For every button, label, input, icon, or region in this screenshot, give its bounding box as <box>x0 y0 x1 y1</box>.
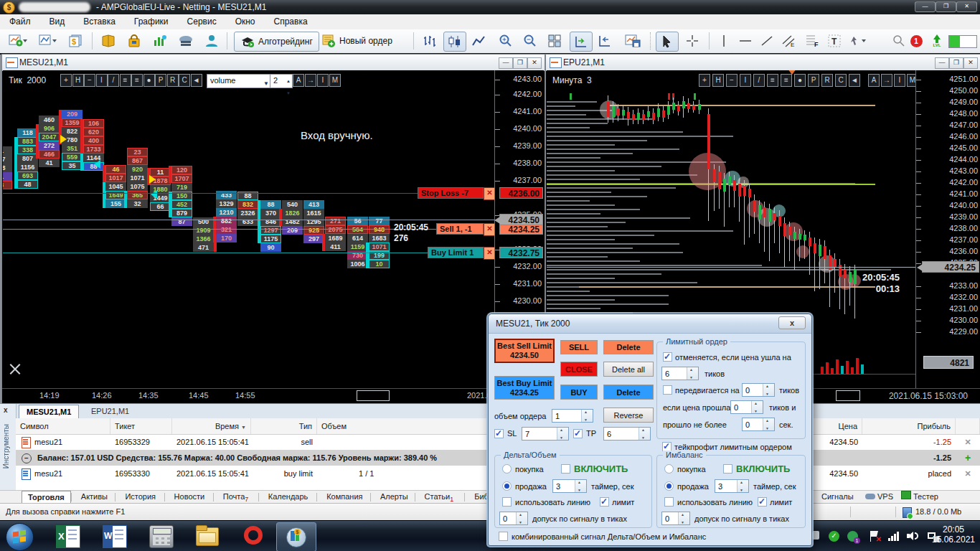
chart-tool-1[interactable]: → <box>881 74 892 87</box>
chart-tool-8[interactable]: P <box>155 74 166 87</box>
algo-trading-button[interactable]: Алготрейдинг <box>234 32 319 52</box>
delta-buy-radio[interactable] <box>502 464 512 474</box>
save-template-icon[interactable] <box>621 32 644 50</box>
column-header[interactable]: Прибыль <box>862 418 956 434</box>
chart-shift-icon[interactable] <box>594 32 616 50</box>
chart-title-bar[interactable]: EPU21,M1 — ❐ ✕ <box>546 55 980 71</box>
signals-icon[interactable] <box>149 32 171 50</box>
community-icon[interactable] <box>201 32 222 50</box>
toolbox-close-icon[interactable]: x <box>4 406 8 414</box>
order-label[interactable]: Sell 1, -1 <box>436 223 484 235</box>
imbalance-sell-radio[interactable] <box>664 481 674 491</box>
maximize-icon[interactable]: ❐ <box>936 1 956 12</box>
chart-close-icon[interactable]: ✕ <box>963 57 978 69</box>
chart-tool-0[interactable]: + <box>699 74 710 87</box>
tab-VPS[interactable]: VPS <box>859 491 899 503</box>
delete-all-button[interactable]: Delete all <box>603 362 654 377</box>
chart-tool-0[interactable]: + <box>60 74 72 87</box>
chart-tool-3[interactable]: I <box>96 74 108 87</box>
chart-tool-7[interactable]: ● <box>794 74 806 87</box>
tab-Почта[interactable]: Почта7 <box>217 491 255 503</box>
close-position-button[interactable]: CLOSE <box>560 362 598 377</box>
chart-tool-10[interactable]: C <box>179 74 190 87</box>
tab-Алерты[interactable]: Алерты <box>374 491 414 503</box>
chart-tool-9[interactable]: R <box>167 74 179 87</box>
chart-tool-6[interactable]: ≡ <box>781 74 792 87</box>
chart-tool-6[interactable]: ≡ <box>131 74 143 87</box>
imbalance-buy-radio[interactable] <box>664 464 674 474</box>
tp-stepper[interactable]: 6 <box>603 427 651 441</box>
chart-tool-5[interactable]: ≡ <box>767 74 778 87</box>
tray-action-center-icon[interactable]: ✕ <box>870 531 880 542</box>
delta-sell-radio[interactable] <box>502 481 512 491</box>
vps-cloud-icon[interactable] <box>175 32 197 50</box>
menu-item-Файл[interactable]: Файл <box>0 14 40 27</box>
symbols-icon[interactable]: $ <box>66 32 86 50</box>
taskbar-calculator-icon[interactable] <box>149 525 174 548</box>
chart-tool-3[interactable]: M <box>329 74 341 87</box>
menu-item-Вид[interactable]: Вид <box>40 14 75 27</box>
chart-close-icon[interactable]: ✕ <box>527 57 542 69</box>
column-header[interactable]: Время ▼ <box>172 418 251 434</box>
delete-buy-button[interactable]: Delete <box>603 385 654 400</box>
volume-mode-select[interactable]: volume▼ <box>207 74 271 88</box>
chart-minimize-icon[interactable]: — <box>935 57 949 69</box>
new-chart-icon[interactable] <box>6 32 30 50</box>
imbalance-limit-checkbox[interactable] <box>758 497 767 507</box>
chart-tool-9[interactable]: R <box>821 74 833 87</box>
new-order-button[interactable]: Новый ордер <box>321 32 392 50</box>
chart-tool-8[interactable]: P <box>808 74 819 87</box>
chart-tool-11[interactable]: ◄ <box>849 74 860 87</box>
tray-hidden-icons[interactable] <box>812 531 819 540</box>
market-icon[interactable] <box>123 32 145 50</box>
tab-Торговля[interactable]: Торговля <box>22 491 71 504</box>
chart-tool-0[interactable]: A <box>868 74 880 87</box>
trendline-icon[interactable] <box>758 32 776 50</box>
taskbar-clock[interactable]: 20:05 15.06.2021 <box>930 524 977 545</box>
zoom-out-icon[interactable] <box>519 32 541 50</box>
sl-checkbox[interactable] <box>494 429 504 438</box>
chart-tab-EPU21,M1[interactable]: EPU21,M1 <box>84 405 136 418</box>
tab-История[interactable]: История <box>119 491 161 503</box>
chart-title-bar[interactable]: MESU21,M1 — ❐ ✕ <box>2 55 545 71</box>
chart-tool-7[interactable]: ● <box>143 74 155 87</box>
reverse-button[interactable]: Reverse <box>603 408 654 423</box>
chart-tool-2[interactable]: − <box>726 74 738 87</box>
tab-Календарь[interactable]: Календарь <box>263 491 314 503</box>
close-order-icon[interactable]: ✕ <box>956 466 980 481</box>
tab-Сигналы[interactable]: Сигналы <box>816 491 859 503</box>
elapsed-sec-stepper[interactable]: 0 <box>742 418 775 431</box>
menu-item-Справка[interactable]: Справка <box>265 14 317 27</box>
price-axis[interactable]: 4821 4251.004250.004249.004248.004247.00… <box>915 70 980 388</box>
imbalance-enable-checkbox[interactable] <box>723 464 732 474</box>
chart-tool-5[interactable]: ≡ <box>120 74 131 87</box>
chart-tool-4[interactable]: / <box>753 74 765 87</box>
menu-item-Графики[interactable]: Графики <box>125 14 178 27</box>
sl-stepper[interactable]: 7 <box>522 427 569 441</box>
horizontal-line-icon[interactable] <box>736 32 755 50</box>
delta-timer-stepper[interactable]: 3 <box>552 479 587 493</box>
arrows-tool-icon[interactable] <box>847 32 871 50</box>
move-checkbox[interactable] <box>663 385 672 395</box>
delete-sell-button[interactable]: Delete <box>603 340 654 354</box>
tile-windows-icon[interactable] <box>544 32 565 50</box>
history-center-icon[interactable] <box>98 32 119 50</box>
tab-Статьи[interactable]: Статьи1 <box>419 491 460 503</box>
chart-tool-0[interactable]: A <box>293 74 304 87</box>
delta-tolerance-stepper[interactable]: 0 <box>499 512 528 525</box>
order-volume-stepper[interactable]: 1 <box>552 409 593 423</box>
menu-item-Сервис[interactable]: Сервис <box>178 14 226 27</box>
chart-profile-icon[interactable] <box>36 32 60 50</box>
taskbar-explorer-icon[interactable] <box>196 525 219 547</box>
chart-tool-2[interactable]: I <box>317 74 329 87</box>
tray-network-icon[interactable] <box>888 531 900 541</box>
close-icon[interactable]: ✕ <box>956 1 977 12</box>
delta-limit-checkbox[interactable] <box>600 497 609 507</box>
volume-period-stepper[interactable]: 2▲▼ <box>270 74 293 88</box>
time-axis[interactable]: 14:1914:2614:3514:4514:552021.06 <box>2 388 545 402</box>
chart-tool-3[interactable]: I <box>740 74 751 87</box>
best-buy-limit-button[interactable]: Best Buy Limit4234.25 <box>494 376 555 400</box>
taskbar-excel-icon[interactable]: X <box>56 525 80 548</box>
chart-tool-1[interactable]: H <box>712 74 724 87</box>
cancel-ticks-stepper[interactable]: 6 <box>661 367 699 380</box>
